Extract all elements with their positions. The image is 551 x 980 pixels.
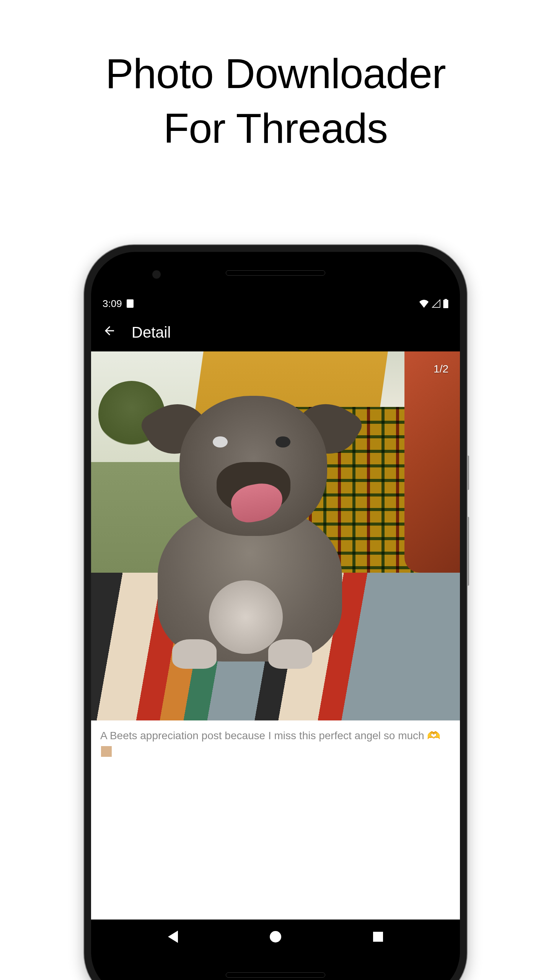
phone-screen: 3:09	[91, 294, 460, 954]
phone-speaker-bottom	[226, 972, 325, 978]
svg-rect-1	[443, 300, 448, 308]
phone-volume-button	[467, 517, 469, 586]
nav-recent-button[interactable]	[367, 925, 390, 948]
header-title: Detail	[132, 324, 171, 341]
back-button[interactable]	[103, 324, 116, 341]
android-nav-bar	[91, 920, 460, 954]
phone-mockup: 3:09	[84, 245, 467, 980]
promo-title: Photo Downloader For Threads	[0, 0, 551, 155]
sd-card-icon	[127, 299, 134, 308]
phone-camera	[152, 270, 161, 279]
status-time: 3:09	[103, 298, 122, 310]
image-counter: 1/2	[434, 363, 448, 375]
status-bar: 3:09	[91, 294, 460, 313]
emoji-skin-tone	[101, 746, 112, 757]
promo-title-line1: Photo Downloader	[15, 46, 536, 101]
app-header: Detail	[91, 313, 460, 351]
phone-power-button	[467, 456, 469, 490]
battery-icon	[443, 299, 448, 308]
promo-title-line2: For Threads	[15, 101, 536, 155]
nav-home-button[interactable]	[264, 925, 287, 948]
post-caption: A Beets appreciation post because I miss…	[91, 720, 460, 766]
post-image[interactable]: 1/2	[91, 351, 460, 720]
signal-icon	[432, 299, 441, 308]
phone-speaker-top	[226, 270, 325, 276]
svg-rect-0	[445, 299, 447, 300]
content-area: 1/2 A Beets appreciation post because I …	[91, 351, 460, 920]
nav-back-button[interactable]	[161, 925, 184, 948]
wifi-icon	[419, 299, 429, 308]
